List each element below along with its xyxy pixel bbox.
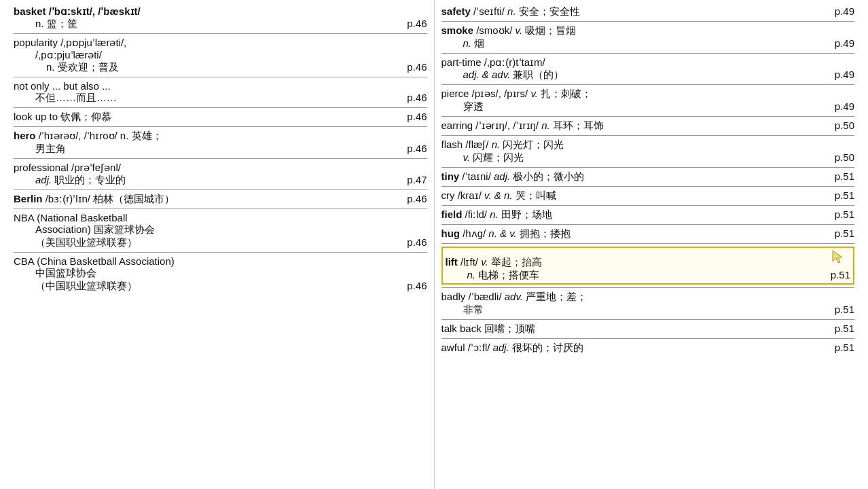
page-safety: p.49 — [835, 5, 854, 17]
entry-earring: earring /ˈɪərɪŋ/, /ˈɪrɪŋ/ n. 耳环；耳饰 p.50 — [441, 120, 855, 132]
page-not-only: p.46 — [407, 92, 427, 103]
entry-part-time: part-time /ˌpɑː(r)tˈtaɪm/ adj. & adv. 兼职… — [441, 56, 855, 82]
entry-professional: professional /prəˈfeʃənl/ adj. 职业的；专业的 p… — [14, 162, 427, 187]
headword-safety: safety /ˈseɪfti/ n. 安全；安全性 — [441, 5, 829, 18]
page-look-up-to: p.46 — [407, 111, 427, 122]
divider — [441, 135, 855, 136]
divider — [441, 287, 855, 288]
page-earring: p.50 — [835, 120, 854, 131]
entry-tiny: tiny /ˈtaɪni/ adj. 极小的；微小的 p.51 — [441, 170, 855, 183]
trans-professional: adj. 职业的；专业的 — [35, 174, 401, 187]
headword-pierce: pierce /pɪəs/, /pɪrs/ v. 扎；刺破； — [441, 88, 855, 101]
right-column: safety /ˈseɪfti/ n. 安全；安全性 p.49 smoke /s… — [435, 0, 862, 489]
divider — [14, 158, 427, 159]
trans-not-only: 不但……而且…… — [35, 92, 401, 105]
headword-popularity: popularity /ˌpɒpjuˈlærəti/, — [14, 37, 427, 49]
entry-berlin: Berlin /bɜː(r)ˈlɪn/ 柏林（德国城市） p.46 — [14, 193, 427, 206]
entry-lift: lift /lɪft/ v. 举起；抬高 n. 电梯；搭便车 p.51 — [441, 247, 855, 285]
headword-part-time: part-time /ˌpɑː(r)tˈtaɪm/ — [441, 56, 855, 69]
divider — [441, 53, 855, 54]
headword-hero: hero /ˈhɪərəʊ/, /ˈhɪroʊ/ n. 英雄； — [14, 130, 427, 143]
page-pierce: p.49 — [835, 101, 854, 112]
divider — [441, 205, 855, 206]
headword-nba3: （美国职业篮球联赛） — [35, 236, 401, 249]
divider — [14, 126, 427, 127]
page-hug: p.51 — [835, 228, 854, 239]
entry-talk-back: talk back 回嘴；顶嘴 p.51 — [441, 323, 855, 336]
entry-field: field /fiːld/ n. 田野；场地 p.51 — [441, 209, 855, 221]
page-hero: p.46 — [407, 143, 427, 154]
divider — [441, 338, 855, 339]
divider — [441, 243, 855, 244]
headword-earring: earring /ˈɪərɪŋ/, /ˈɪrɪŋ/ n. 耳环；耳饰 — [441, 120, 829, 132]
page-badly: p.51 — [835, 304, 854, 315]
entry-smoke: smoke /smoʊk/ v. 吸烟；冒烟 n. 烟 p.49 — [441, 24, 855, 50]
divider — [14, 252, 427, 253]
headword-berlin: Berlin /bɜː(r)ˈlɪn/ 柏林（德国城市） — [14, 193, 401, 206]
entry-hug: hug /hʌg/ n. & v. 拥抱；搂抱 p.51 — [441, 228, 855, 240]
trans-hero: 男主角 — [35, 143, 401, 156]
divider — [14, 107, 427, 108]
cursor-icon — [830, 249, 850, 266]
page-talk-back: p.51 — [835, 323, 854, 334]
page-nba: p.46 — [407, 236, 427, 248]
trans-popularity: n. 受欢迎；普及 — [46, 61, 401, 74]
headword-nba2: Association) 国家篮球协会 — [35, 223, 427, 236]
headword-smoke: smoke /smoʊk/ v. 吸烟；冒烟 — [441, 24, 855, 37]
page-cba: p.46 — [407, 280, 427, 291]
divider — [14, 33, 427, 34]
headword-field: field /fiːld/ n. 田野；场地 — [441, 209, 829, 221]
divider — [14, 77, 427, 77]
divider — [441, 224, 855, 225]
page-tiny: p.51 — [835, 170, 854, 182]
page-popularity: p.46 — [407, 61, 427, 73]
headword-hug: hug /hʌg/ n. & v. 拥抱；搂抱 — [441, 228, 829, 240]
entry-cry: cry /kraɪ/ v. & n. 哭；叫喊 p.51 — [441, 189, 855, 202]
entry-safety: safety /ˈseɪfti/ n. 安全；安全性 p.49 — [441, 5, 855, 18]
entry-cba: CBA (China Basketball Association) 中国篮球协… — [14, 255, 427, 293]
headword-professional: professional /prəˈfeʃənl/ — [14, 162, 427, 174]
trans-part-time: adj. & adv. 兼职（的） — [463, 69, 829, 82]
page-field: p.51 — [835, 209, 854, 220]
divider — [441, 21, 855, 22]
headword-look-up-to: look up to 钦佩；仰慕 — [14, 111, 401, 124]
headword-not-only: not only ... but also ... — [14, 80, 427, 92]
trans-lift: n. 电梯；搭便车 — [467, 269, 825, 282]
headword-basket: basket /ˈbɑːskɪt/, /ˈbæskɪt/ — [14, 5, 427, 18]
trans-pierce: 穿透 — [463, 101, 829, 113]
headword-talk-back: talk back 回嘴；顶嘴 — [441, 323, 829, 336]
entry-popularity: popularity /ˌpɒpjuˈlærəti/, /ˌpɑːpjuˈlær… — [14, 37, 427, 74]
trans-cba2: （中国职业篮球联赛） — [35, 280, 401, 293]
headword-awful: awful /ˈɔːfl/ adj. 很坏的；讨厌的 — [441, 342, 829, 355]
headword-badly: badly /ˈbædli/ adv. 严重地；差； — [441, 291, 855, 304]
headword-nba: NBA (National Basketball — [14, 212, 427, 223]
trans-flash: v. 闪耀；闪光 — [463, 151, 829, 164]
page-smoke: p.49 — [835, 37, 854, 49]
trans-badly: 非常 — [463, 304, 829, 316]
divider — [441, 116, 855, 117]
page-flash: p.50 — [835, 151, 854, 163]
divider — [441, 84, 855, 85]
page-part-time: p.49 — [835, 69, 854, 80]
entry-look-up-to: look up to 钦佩；仰慕 p.46 — [14, 111, 427, 124]
divider — [14, 189, 427, 190]
headword-lift: lift /lɪft/ v. 举起；抬高 — [446, 256, 828, 269]
page-cry: p.51 — [835, 189, 854, 201]
entry-not-only: not only ... but also ... 不但……而且…… p.46 — [14, 80, 427, 105]
divider — [441, 186, 855, 187]
headword-tiny: tiny /ˈtaɪni/ adj. 极小的；微小的 — [441, 170, 829, 183]
divider — [441, 319, 855, 320]
trans-smoke: n. 烟 — [463, 37, 829, 50]
svg-marker-0 — [833, 251, 842, 263]
headword-cba: CBA (China Basketball Association) — [14, 255, 427, 267]
entry-badly: badly /ˈbædli/ adv. 严重地；差； 非常 p.51 — [441, 291, 855, 316]
entry-awful: awful /ˈɔːfl/ adj. 很坏的；讨厌的 p.51 — [441, 342, 855, 355]
headword-flash: flash /flæʃ/ n. 闪光灯；闪光 — [441, 139, 855, 151]
entry-basket: basket /ˈbɑːskɪt/, /ˈbæskɪt/ n. 篮；筐 p.46 — [14, 5, 427, 31]
page-lift: p.51 — [831, 269, 850, 280]
trans-cba: 中国篮球协会 — [35, 267, 427, 280]
divider — [441, 167, 855, 168]
divider — [14, 209, 427, 209]
entry-nba: NBA (National Basketball Association) 国家… — [14, 212, 427, 249]
page-professional: p.47 — [407, 174, 427, 185]
